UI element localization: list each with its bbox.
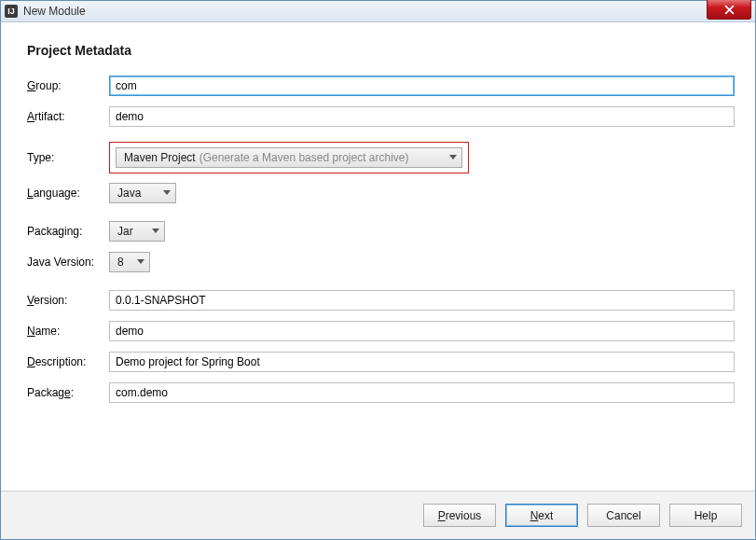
packaging-select[interactable]: Jar (109, 221, 165, 242)
group-label: Group: (27, 79, 109, 92)
language-select[interactable]: Java (109, 183, 176, 203)
name-label: Name: (27, 325, 109, 338)
chevron-down-icon (163, 190, 171, 196)
next-button[interactable]: Next (505, 504, 578, 527)
app-icon: IJ (5, 5, 18, 18)
language-select-value: Java (117, 187, 141, 200)
java-version-label: Java Version: (27, 256, 109, 269)
java-version-select-value: 8 (117, 256, 124, 269)
description-label: Description: (27, 355, 109, 368)
package-input[interactable] (109, 382, 735, 403)
artifact-input[interactable] (109, 106, 735, 127)
type-label: Type: (27, 151, 109, 164)
packaging-select-value: Jar (117, 225, 133, 238)
window-title: New Module (23, 5, 86, 18)
java-version-select[interactable]: 8 (109, 252, 150, 272)
language-label: Language: (27, 187, 109, 200)
form-content: Project Metadata Group: Artifact: Type: … (1, 22, 755, 491)
chevron-down-icon (152, 228, 159, 234)
chevron-down-icon (137, 259, 144, 265)
type-select-hint: (Generate a Maven based project archive) (199, 151, 409, 164)
type-select[interactable]: Maven Project (Generate a Maven based pr… (116, 147, 462, 168)
version-label: Version: (27, 294, 109, 307)
button-bar: Previous Next Cancel Help (1, 491, 755, 539)
close-button[interactable] (707, 0, 751, 20)
section-heading: Project Metadata (27, 43, 735, 58)
help-button[interactable]: Help (669, 504, 742, 527)
previous-button[interactable]: Previous (423, 504, 496, 527)
artifact-label: Artifact: (27, 110, 109, 123)
description-input[interactable] (109, 352, 735, 372)
packaging-label: Packaging: (27, 225, 109, 238)
type-highlight-box: Maven Project (Generate a Maven based pr… (109, 142, 469, 173)
close-icon (724, 5, 735, 15)
version-input[interactable] (109, 290, 735, 311)
cancel-button[interactable]: Cancel (587, 504, 660, 527)
titlebar: IJ New Module (1, 1, 755, 22)
chevron-down-icon (449, 155, 457, 160)
package-label: Package: (27, 386, 109, 399)
name-input[interactable] (109, 321, 735, 341)
type-select-value: Maven Project (124, 151, 196, 164)
group-input[interactable] (109, 76, 735, 96)
new-module-dialog: IJ New Module Project Metadata Group: Ar… (0, 0, 756, 540)
